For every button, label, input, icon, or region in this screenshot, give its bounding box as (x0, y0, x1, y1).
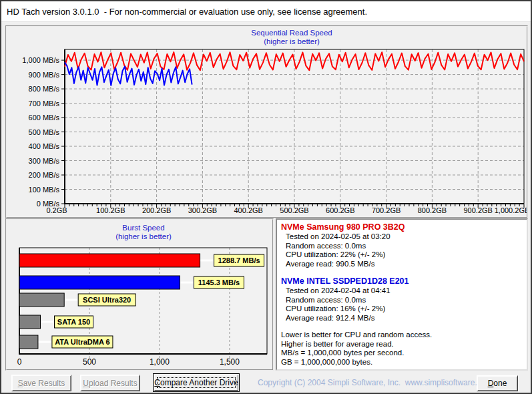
note-higher-better: Higher is better for average read. (281, 340, 523, 349)
burst-chart-subtitle: (higher is better) (115, 232, 172, 240)
sequential-read-panel: Sequential Read Speed(higher is better)1… (5, 25, 528, 218)
hdtach-window: HD Tach version 3.0.1.0 - For non-commer… (0, 0, 532, 394)
save-results-button[interactable]: Save Results (11, 375, 71, 391)
svg-text:500 MB/s: 500 MB/s (29, 128, 60, 136)
svg-text:400 MB/s: 400 MB/s (29, 142, 60, 150)
svg-text:500.2GB: 500.2GB (280, 206, 308, 214)
burst-speed-panel: Burst Speed(higher is better)05001,0001,… (5, 218, 274, 371)
svg-text:800.2GB: 800.2GB (418, 206, 447, 214)
burst-speed-chart: Burst Speed(higher is better)05001,0001,… (7, 220, 272, 369)
note-mbs-definition: MB/s = 1,000,000 bytes per second. (281, 349, 523, 358)
svg-text:200 MB/s: 200 MB/s (29, 171, 60, 179)
svg-text:1,500: 1,500 (220, 357, 240, 367)
window-title: HD Tach version 3.0.1.0 - For non-commer… (7, 7, 367, 17)
burst-x-tick-labels: 05001,0001,500 (17, 357, 240, 367)
svg-text:100.2GB: 100.2GB (96, 206, 125, 214)
svg-text:0.2GB: 0.2GB (46, 206, 67, 214)
compare-another-drive-button[interactable]: Compare Another Drive (153, 373, 240, 392)
svg-text:300 MB/s: 300 MB/s (29, 157, 60, 165)
burst-bar-label-0: 1288.7 MB/s (218, 256, 260, 264)
svg-text:700.2GB: 700.2GB (372, 206, 401, 214)
seq-y-tick-labels: 1,000 MB/s900 MB/s800 MB/s700 MB/s600 MB… (22, 56, 59, 208)
copyright-text: Copyright (C) 2004 Simpli Software, Inc.… (258, 378, 468, 387)
burst-chart-title: Burst Speed (122, 224, 164, 232)
svg-text:0: 0 (17, 357, 22, 367)
burst-bar-3 (19, 315, 40, 329)
upload-results-button[interactable]: Upload Results (80, 375, 140, 391)
svg-text:600 MB/s: 600 MB/s (29, 114, 60, 122)
drive2-random-access: Random access: 0.0ms (281, 296, 523, 305)
burst-bar-4 (19, 335, 38, 349)
drive1-average-read: Average read: 990.5 MB/s (281, 260, 523, 269)
drive2-cpu-utilization: CPU utilization: 16% (+/- 2%) (281, 305, 523, 314)
svg-text:500: 500 (83, 357, 96, 367)
burst-bar-label-4: ATA UltraDMA 6 (55, 338, 110, 346)
seq-chart-title: Sequential Read Speed (251, 29, 332, 37)
svg-text:800 MB/s: 800 MB/s (29, 85, 60, 93)
drive1-name: NVMe Samsung 980 PRO 3B2Q (281, 222, 523, 232)
burst-bar-label-1: 1145.3 MB/s (198, 278, 240, 286)
svg-text:1,000.2GB: 1,000.2GB (495, 206, 527, 214)
svg-text:200.2GB: 200.2GB (142, 206, 171, 214)
burst-bar-label-2: SCSI Ultra320 (83, 296, 131, 304)
window-titlebar: HD Tach version 3.0.1.0 - For non-commer… (1, 1, 531, 22)
drive1-tested-on: Tested on 2024-02-05 at 03:20 (281, 232, 523, 242)
svg-text:900 MB/s: 900 MB/s (29, 71, 60, 79)
burst-bar-0 (19, 254, 200, 267)
done-button[interactable]: Done (477, 375, 518, 391)
note-gb-definition: GB = 1,000,000,000 bytes. (281, 358, 523, 367)
svg-text:100 MB/s: 100 MB/s (29, 186, 60, 194)
note-lower-better: Lower is better for CPU and random acces… (281, 331, 523, 340)
svg-text:300.2GB: 300.2GB (188, 206, 217, 214)
svg-text:700 MB/s: 700 MB/s (29, 100, 60, 108)
drive2-tested-on: Tested on 2024-02-04 at 04:41 (281, 286, 523, 296)
drive2-name: NVMe INTEL SSDPED1D28 E201 (281, 276, 523, 286)
svg-text:400.2GB: 400.2GB (234, 206, 262, 214)
drive-info-panel: NVMe Samsung 980 PRO 3B2Q Tested on 2024… (276, 218, 528, 371)
svg-text:1,000 MB/s: 1,000 MB/s (22, 56, 59, 64)
burst-bar-2 (19, 293, 64, 307)
burst-bar-label-3: SATA 150 (57, 318, 90, 326)
svg-text:600.2GB: 600.2GB (326, 206, 354, 214)
drive1-random-access: Random access: 0.0ms (281, 242, 523, 251)
drive2-average-read: Average read: 912.4 MB/s (281, 314, 523, 323)
sequential-read-chart: Sequential Read Speed(higher is better)1… (7, 27, 527, 217)
burst-bar-1 (19, 276, 180, 289)
svg-text:1,000: 1,000 (150, 357, 170, 367)
svg-text:900.2GB: 900.2GB (463, 206, 492, 214)
drive-info-text: NVMe Samsung 980 PRO 3B2Q Tested on 2024… (277, 220, 527, 367)
seq-x-tick-labels: 0.2GB100.2GB200.2GB300.2GB400.2GB500.2GB… (46, 206, 527, 214)
drive1-cpu-utilization: CPU utilization: 22% (+/- 2%) (281, 250, 523, 260)
seq-chart-subtitle: (higher is better) (264, 37, 320, 45)
